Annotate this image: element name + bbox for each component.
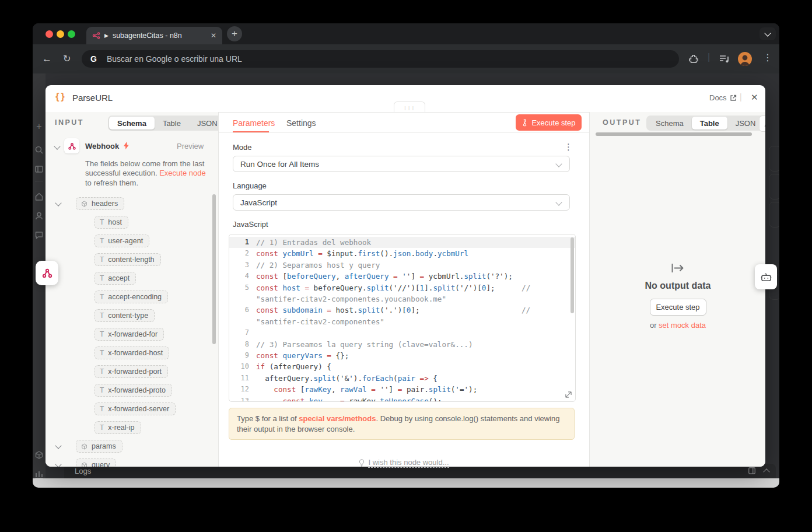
tree-row-x-forwarded-server[interactable]: Tx-forwarded-server xyxy=(94,402,176,415)
code-line[interactable]: 10if (afterQuery) { xyxy=(229,361,575,372)
sidebar-users-icon[interactable] xyxy=(34,211,44,220)
parameter-options-icon[interactable]: ⋮ xyxy=(564,142,573,152)
chevron-down-icon xyxy=(555,160,562,167)
logs-panel-icon[interactable] xyxy=(748,467,756,475)
address-bar[interactable]: G Buscar en Google o escribir una URL xyxy=(82,50,679,68)
sidebar-panel-icon[interactable] xyxy=(34,164,44,174)
logs-expand-icon[interactable] xyxy=(763,468,769,475)
code-line[interactable]: 2const ycbmUrl = $input.first().json.bod… xyxy=(229,248,575,259)
webhook-collapse-icon[interactable] xyxy=(54,143,60,149)
tree-row-x-real-ip[interactable]: Tx-real-ip xyxy=(94,421,141,434)
tree-row-params[interactable]: params xyxy=(56,440,123,453)
input-notice: The fields below come from the last succ… xyxy=(85,159,209,188)
back-icon[interactable]: ← xyxy=(42,53,52,65)
code-line[interactable]: 13 const key = rawKey.toUpperCase(); xyxy=(229,396,575,402)
wish-node-link[interactable]: I wish this node would... xyxy=(368,458,449,468)
headers-collapse-icon[interactable] xyxy=(55,200,61,206)
tab-settings[interactable]: Settings xyxy=(286,118,316,128)
line-number: 13 xyxy=(229,396,256,402)
input-tab-schema[interactable]: Schema xyxy=(109,117,155,130)
output-tab-table[interactable]: Table xyxy=(692,117,727,130)
browser-tab[interactable]: ▶ subagenteCitas - n8n ✕ xyxy=(86,27,222,44)
tree-row-user-agent[interactable]: Tuser-agent xyxy=(94,235,149,247)
tree-row-host[interactable]: Thost xyxy=(94,216,128,229)
mock-data-row: or set mock data xyxy=(590,321,765,330)
mode-select[interactable]: Run Once for All Items xyxy=(233,156,570,172)
profile-avatar[interactable] xyxy=(738,52,752,66)
sidebar-home-icon[interactable] xyxy=(34,192,44,201)
traffic-zoom-button[interactable] xyxy=(68,30,75,38)
set-mock-data-link[interactable]: set mock data xyxy=(659,321,706,330)
code-line[interactable]: 6const subdomain = host.split('.')[0]; /… xyxy=(229,304,575,316)
language-select[interactable]: JavaScript xyxy=(233,194,570,211)
tree-row-headers[interactable]: headers xyxy=(56,197,124,210)
code-editor[interactable]: 1// 1) Entradas del webhook2const ycbmUr… xyxy=(229,234,576,402)
input-tab-table[interactable]: Table xyxy=(155,117,189,130)
tree-row-x-forwarded-port[interactable]: Tx-forwarded-port xyxy=(94,365,168,378)
output-execute-step-button[interactable]: Execute step xyxy=(650,299,706,316)
flask-icon xyxy=(522,119,528,127)
code-line[interactable]: 5const host = beforeQuery.split('//')[1]… xyxy=(229,282,575,293)
sidebar-insights-icon[interactable] xyxy=(34,470,44,479)
traffic-close-button[interactable] xyxy=(46,30,53,38)
traffic-minimize-button[interactable] xyxy=(57,30,64,38)
input-tab-json[interactable]: JSON xyxy=(189,117,219,130)
execute-node-link[interactable]: Execute node xyxy=(159,169,206,177)
sidebar-package-icon[interactable] xyxy=(34,450,44,460)
output-tab-schema[interactable]: Schema xyxy=(648,117,692,130)
code-line[interactable]: 12 const [rawKey, rawVal = ''] = pair.sp… xyxy=(229,384,575,395)
edit-output-button[interactable] xyxy=(759,116,765,132)
input-node-stub[interactable] xyxy=(36,261,58,285)
window-chevron-button[interactable] xyxy=(760,27,776,40)
tab-close-icon[interactable]: ✕ xyxy=(211,32,216,40)
expand-editor-icon[interactable] xyxy=(565,391,572,398)
code-line[interactable]: 7 xyxy=(229,327,575,338)
code-line[interactable]: 1// 1) Entradas del webhook xyxy=(229,237,575,248)
browser-menu-icon[interactable]: ⋮ xyxy=(763,52,772,63)
language-label: Language xyxy=(233,181,267,190)
execute-step-button[interactable]: Execute step xyxy=(516,114,582,131)
tree-row-x-forwarded-proto[interactable]: Tx-forwarded-proto xyxy=(94,384,172,397)
code-line[interactable]: 9const queryVars = {}; xyxy=(229,350,575,361)
extensions-icon[interactable] xyxy=(688,54,699,64)
input-scrollbar[interactable] xyxy=(212,194,216,344)
tree-row-content-length[interactable]: Tcontent-length xyxy=(94,253,161,266)
tree-row-accept-encoding[interactable]: Taccept-encoding xyxy=(94,290,168,303)
sidebar-search-icon[interactable] xyxy=(34,145,44,155)
sidebar-divider xyxy=(35,181,43,181)
sidebar-add-icon[interactable]: + xyxy=(34,122,44,131)
code-line[interactable]: 8// 3) Parseamos la query string (clave=… xyxy=(229,339,575,350)
tree-row-x-forwarded-for[interactable]: Tx-forwarded-for xyxy=(94,328,164,341)
panel-drag-handle[interactable]: | | | xyxy=(394,102,425,113)
tree-row-x-forwarded-host[interactable]: Tx-forwarded-host xyxy=(94,346,169,359)
docs-link[interactable]: Docs xyxy=(709,93,737,102)
code-line[interactable]: 3// 2) Separamos host y query xyxy=(229,260,575,271)
output-tab-json[interactable]: JSON xyxy=(727,117,764,130)
code-line[interactable]: 11 afterQuery.split('&').forEach(pair =>… xyxy=(229,373,575,384)
node-title[interactable]: ParseURL xyxy=(72,93,113,103)
external-link-icon xyxy=(730,94,737,102)
special-vars-link[interactable]: special vars/methods xyxy=(299,414,376,423)
code-text: const ycbmUrl = $input.first().json.body… xyxy=(256,248,468,259)
new-tab-button[interactable]: + xyxy=(227,26,242,41)
code-line[interactable]: "santifer-citav2-componentes.youcanbook.… xyxy=(229,293,575,304)
tab-parameters[interactable]: Parameters xyxy=(233,118,275,128)
modal-close-icon[interactable]: ✕ xyxy=(751,92,758,103)
ai-assistant-button[interactable] xyxy=(755,264,777,289)
headers-pill[interactable]: headers xyxy=(76,197,124,210)
source-node-name[interactable]: Webhook xyxy=(85,142,119,150)
editor-scrollbar[interactable] xyxy=(570,237,574,313)
background-panel-item xyxy=(769,174,779,200)
input-view-tabs: Schema Table JSON xyxy=(108,116,219,131)
sidebar-chat-icon[interactable] xyxy=(34,230,44,240)
tree-row-content-type[interactable]: Tcontent-type xyxy=(94,309,155,322)
line-number xyxy=(229,316,256,327)
code-text: const queryVars = {}; xyxy=(256,350,349,361)
code-line[interactable]: 4const [beforeQuery, afterQuery = ''] = … xyxy=(229,271,575,282)
reload-icon[interactable]: ↻ xyxy=(63,53,71,64)
code-line[interactable]: "santifer-citav2-componentes" xyxy=(229,316,575,327)
tree-row-accept[interactable]: Taccept xyxy=(94,272,136,285)
tree-row-query[interactable]: query xyxy=(56,459,116,467)
media-controls-icon[interactable] xyxy=(719,54,730,64)
output-hscrollbar[interactable] xyxy=(596,132,752,136)
